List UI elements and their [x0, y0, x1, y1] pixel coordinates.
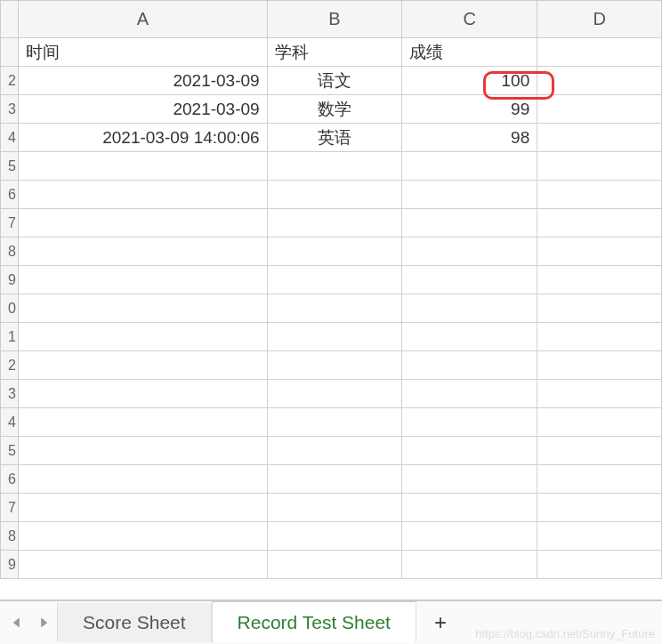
cell-b16[interactable] [267, 465, 402, 494]
row-header-5[interactable]: 5 [1, 152, 19, 181]
cell-c14[interactable] [402, 408, 537, 437]
cell-a2[interactable]: 2021-03-09 [19, 67, 268, 95]
cell-b3[interactable]: 数学 [267, 95, 402, 124]
col-header-d[interactable]: D [537, 1, 662, 38]
cell-a9[interactable] [19, 266, 268, 294]
grid-table[interactable]: A B C D 时间 学科 成绩 2 2021-03-09 语文 [0, 0, 662, 579]
row-header-16[interactable]: 6 [1, 465, 19, 494]
row-header-19[interactable]: 9 [1, 551, 19, 579]
cell-c12[interactable] [402, 351, 537, 380]
cell-a18[interactable] [19, 522, 268, 551]
cell-b13[interactable] [267, 380, 402, 408]
cell-d2[interactable] [537, 67, 662, 95]
row-header-3[interactable]: 3 [1, 95, 19, 124]
cell-b17[interactable] [267, 494, 402, 522]
cell-a6[interactable] [19, 181, 268, 209]
row-header-6[interactable]: 6 [1, 181, 19, 209]
cell-d9[interactable] [537, 266, 662, 294]
cell-b2[interactable]: 语文 [267, 67, 402, 95]
tab-nav-next[interactable] [34, 613, 53, 632]
tab-score-sheet[interactable]: Score Sheet [57, 603, 212, 642]
cell-c4[interactable]: 98 [402, 124, 537, 152]
col-header-a[interactable]: A [19, 1, 268, 38]
cell-c5[interactable] [402, 152, 537, 181]
row-header-2[interactable]: 2 [1, 67, 19, 95]
cell-d14[interactable] [537, 408, 662, 437]
cell-c11[interactable] [402, 323, 537, 351]
cell-b6[interactable] [267, 181, 402, 209]
cell-d17[interactable] [537, 494, 662, 522]
cell-c16[interactable] [402, 465, 537, 494]
row-header-8[interactable]: 8 [1, 237, 19, 266]
cell-b4[interactable]: 英语 [267, 124, 402, 152]
cell-a12[interactable] [19, 351, 268, 380]
row-header-13[interactable]: 3 [1, 380, 19, 408]
row-header-18[interactable]: 8 [1, 522, 19, 551]
cell-b12[interactable] [267, 351, 402, 380]
tab-nav-prev[interactable] [7, 613, 27, 632]
cell-c2[interactable]: 100 [402, 67, 537, 95]
cell-a8[interactable] [19, 237, 268, 266]
cell-c19[interactable] [402, 551, 537, 579]
cell-a10[interactable] [19, 294, 268, 323]
cell-d5[interactable] [537, 152, 662, 181]
cell-d4[interactable] [537, 124, 662, 152]
cell-b10[interactable] [267, 294, 402, 323]
cell-d11[interactable] [537, 323, 662, 351]
cell-d6[interactable] [537, 181, 662, 209]
cell-d18[interactable] [537, 522, 662, 551]
cell-a3[interactable]: 2021-03-09 [19, 95, 268, 124]
cell-a11[interactable] [19, 323, 268, 351]
row-header-14[interactable]: 4 [1, 408, 19, 437]
cell-a16[interactable] [19, 465, 268, 494]
cell-a14[interactable] [19, 408, 268, 437]
cell-a19[interactable] [19, 551, 268, 579]
cell-c7[interactable] [402, 209, 537, 237]
row-header-17[interactable]: 7 [1, 494, 19, 522]
cell-b11[interactable] [267, 323, 402, 351]
cell-d19[interactable] [537, 551, 662, 579]
cell-b1[interactable]: 学科 [267, 38, 402, 67]
cell-a13[interactable] [19, 380, 268, 408]
cell-d8[interactable] [537, 237, 662, 266]
cell-c6[interactable] [402, 181, 537, 209]
cell-c9[interactable] [402, 266, 537, 294]
cell-b18[interactable] [267, 522, 402, 551]
cell-a4[interactable]: 2021-03-09 14:00:06 [19, 124, 268, 152]
cell-b15[interactable] [267, 437, 402, 465]
cell-d16[interactable] [537, 465, 662, 494]
row-header-9[interactable]: 9 [1, 266, 19, 294]
cell-d7[interactable] [537, 209, 662, 237]
cell-b7[interactable] [267, 209, 402, 237]
row-header-4[interactable]: 4 [1, 124, 19, 152]
cell-c3[interactable]: 99 [402, 95, 537, 124]
cell-a17[interactable] [19, 494, 268, 522]
cell-d15[interactable] [537, 437, 662, 465]
cell-d10[interactable] [537, 294, 662, 323]
row-header-11[interactable]: 1 [1, 323, 19, 351]
cell-c17[interactable] [402, 494, 537, 522]
cell-c10[interactable] [402, 294, 537, 323]
cell-c18[interactable] [402, 522, 537, 551]
cell-b14[interactable] [267, 408, 402, 437]
cell-d13[interactable] [537, 380, 662, 408]
cell-c15[interactable] [402, 437, 537, 465]
cell-b8[interactable] [267, 237, 402, 266]
row-header-7[interactable]: 7 [1, 209, 19, 237]
col-header-b[interactable]: B [267, 1, 402, 38]
tab-record-test-sheet[interactable]: Record Test Sheet [212, 601, 416, 642]
cell-a1[interactable]: 时间 [19, 38, 268, 67]
row-header-10[interactable]: 0 [1, 294, 19, 323]
cell-a15[interactable] [19, 437, 268, 465]
add-sheet-button[interactable]: + [416, 601, 464, 644]
row-header-15[interactable]: 5 [1, 437, 19, 465]
cell-b19[interactable] [267, 551, 402, 579]
cell-d3[interactable] [537, 95, 662, 124]
cell-c13[interactable] [402, 380, 537, 408]
corner-cell[interactable] [1, 1, 19, 38]
cell-b9[interactable] [267, 266, 402, 294]
cell-d12[interactable] [537, 351, 662, 380]
row-header-12[interactable]: 2 [1, 351, 19, 380]
cell-a5[interactable] [19, 152, 268, 181]
cell-b5[interactable] [267, 152, 402, 181]
